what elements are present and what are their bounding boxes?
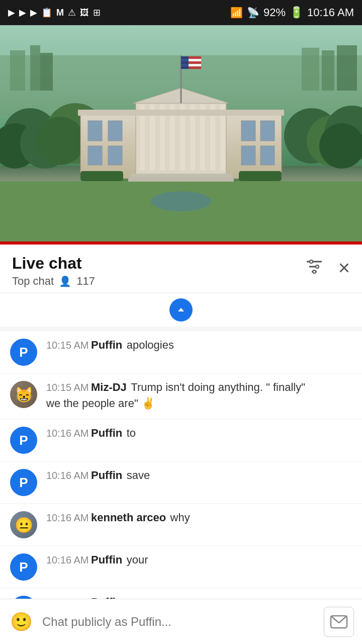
scroll-icon — [174, 303, 188, 317]
chat-header-actions: × — [304, 257, 350, 279]
svg-point-54 — [310, 260, 313, 263]
chat-input-field[interactable] — [42, 608, 316, 636]
chat-subtitle: Top chat 👤 117 — [12, 275, 95, 288]
filter-icon — [304, 257, 324, 277]
message-text-4: save — [127, 469, 150, 481]
main-content: ▶ ▶ ▶ 📋 M ⚠ 🖼 ⊞ 📶 📡 92% 🔋 10:16 AM — [0, 0, 362, 644]
avatar-puffin-3: P — [10, 427, 37, 454]
chat-message-5: 😐 10:16 AM kenneth arceo why — [0, 504, 362, 545]
avatar-puffin-6: P — [10, 553, 37, 581]
svg-point-56 — [313, 270, 316, 273]
scroll-indicator — [0, 293, 362, 327]
svg-line-61 — [339, 616, 347, 623]
alert-icon: ⚠ — [68, 7, 76, 18]
avatar-kenneth: 😐 — [10, 511, 37, 538]
chat-message-2: 😸 10:15 AM Miz-DJ Trump isn't doing anyt… — [0, 374, 362, 419]
message-text-6: your — [127, 553, 148, 566]
chat-message-3: P 10:16 AM Puffin to — [0, 420, 362, 461]
message-text-3: to — [127, 427, 136, 439]
message-author-4: Puffin — [91, 469, 122, 481]
message-content-4: 10:16 AM Puffin save — [46, 469, 352, 482]
viewer-count: 117 — [76, 275, 95, 288]
message-text-1: apologies — [127, 339, 174, 351]
message-author-2: Miz-DJ — [91, 381, 127, 393]
grid-icon: ⊞ — [93, 7, 101, 18]
time-display: 10:16 AM — [307, 6, 354, 19]
avatar-puffin-4: P — [10, 469, 37, 496]
avatar-puffin-1: P — [10, 339, 37, 366]
top-chat-label[interactable]: Top chat — [12, 275, 54, 288]
message-author-6: Puffin — [91, 553, 122, 566]
message-time-1: 10:15 AM — [46, 340, 89, 351]
message-author-5: kenneth arceo — [91, 511, 166, 524]
status-left-icons: ▶ ▶ ▶ 📋 M ⚠ 🖼 ⊞ — [8, 7, 101, 18]
message-content-1: 10:15 AM Puffin apologies — [46, 339, 352, 352]
message-time-6: 10:16 AM — [46, 554, 89, 566]
message-text-5: why — [170, 511, 190, 524]
message-content-3: 10:16 AM Puffin to — [46, 427, 352, 440]
message-content-2: 10:15 AM Miz-DJ Trump isn't doing anythi… — [46, 381, 352, 412]
youtube3-icon: ▶ — [30, 7, 37, 18]
file-icon: 📋 — [41, 7, 52, 18]
youtube-icon: ▶ — [8, 7, 15, 18]
avatar-mizdj-icon: 😸 — [15, 386, 33, 404]
message-meta-2: 10:15 AM Miz-DJ Trump isn't doing anythi… — [46, 381, 352, 394]
message-text-2-inline: Trump isn't doing anything. " finally" — [131, 381, 305, 393]
video-scene — [0, 25, 362, 242]
chat-header-info: Live chat Top chat 👤 117 — [12, 254, 95, 288]
send-button[interactable] — [324, 607, 354, 637]
chat-message-1: P 10:15 AM Puffin apologies — [0, 332, 362, 373]
viewer-icon: 👤 — [59, 275, 71, 287]
chat-message-4: P 10:16 AM Puffin save — [0, 462, 362, 503]
filter-button[interactable] — [304, 257, 324, 279]
emoji-button[interactable]: 🙂 — [8, 609, 34, 635]
battery-text: 92% — [263, 6, 286, 19]
chat-message-6: P 10:16 AM Puffin your — [0, 546, 362, 588]
message-content-6: 10:16 AM Puffin your — [46, 553, 352, 567]
message-time-5: 10:16 AM — [46, 512, 89, 523]
message-author-1: Puffin — [91, 339, 122, 351]
chat-messages-list: P 10:15 AM Puffin apologies 😸 10:15 AM M… — [0, 327, 362, 636]
send-icon — [330, 613, 348, 631]
scroll-dot — [169, 298, 193, 321]
message-text-2-block: we the people are" ✌ — [46, 396, 352, 412]
signal-icon: 📡 — [247, 7, 259, 19]
message-time-4: 10:16 AM — [46, 470, 89, 481]
svg-line-60 — [331, 616, 339, 623]
status-bar: ▶ ▶ ▶ 📋 M ⚠ 🖼 ⊞ 📶 📡 92% 🔋 10:16 AM — [0, 0, 362, 25]
svg-point-55 — [316, 265, 319, 268]
wifi-icon: 📶 — [230, 7, 243, 19]
svg-rect-50 — [0, 25, 362, 242]
chat-title: Live chat — [12, 254, 95, 273]
video-player[interactable] — [0, 25, 362, 242]
chat-input-area: 🙂 — [0, 599, 362, 644]
message-time-2: 10:15 AM — [46, 382, 89, 393]
status-right: 📶 📡 92% 🔋 10:16 AM — [230, 6, 354, 19]
message-content-5: 10:16 AM kenneth arceo why — [46, 511, 352, 524]
avatar-mizdj: 😸 — [10, 381, 37, 408]
m-icon: M — [56, 8, 64, 18]
close-button[interactable]: × — [338, 258, 350, 278]
message-author-3: Puffin — [91, 427, 122, 439]
message-time-3: 10:16 AM — [46, 428, 89, 439]
chat-header: Live chat Top chat 👤 117 × — [0, 245, 362, 293]
emoji-icon: 🙂 — [10, 611, 33, 632]
avatar-kenneth-icon: 😐 — [15, 516, 33, 534]
youtube2-icon: ▶ — [19, 7, 26, 18]
image-icon: 🖼 — [80, 8, 89, 18]
battery-icon: 🔋 — [290, 6, 303, 19]
